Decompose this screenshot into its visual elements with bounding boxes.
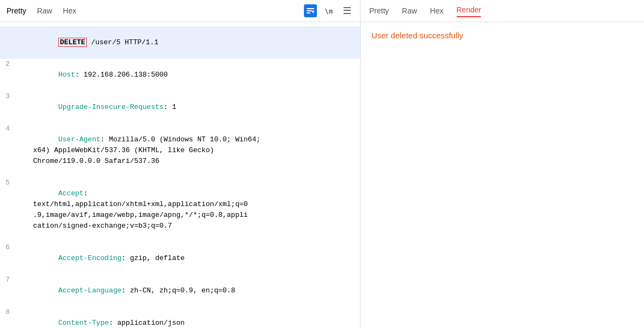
success-message: User deleted successfully [371,31,463,40]
tab-pretty-right[interactable]: Pretty [369,5,389,16]
line-content-5: Accept: text/html,application/xhtml+xml,… [16,177,360,242]
line-num-8: 8 [0,307,16,318]
line-content-1: DELETE /user/5 HTTP/1.1 [16,26,360,59]
line-content-6: Accept-Encoding: gzip, deflate [16,242,360,275]
sep7: : [121,286,130,295]
val-upgrade: 1 [172,103,177,111]
left-tab-bar: Pretty Raw Hex \n ☰ [0,0,360,22]
code-line-3: 3 Upgrade-Insecure-Requests: 1 [0,91,360,124]
val-ae: gzip, deflate [130,254,185,262]
render-content: User deleted successfully [361,22,644,328]
line-num-3: 3 [0,91,16,102]
header-key-al: Accept-Language [58,286,121,295]
line-num-5: 5 [0,177,16,188]
tab-render-right[interactable]: Render [457,4,482,17]
code-line-2: 2 Host: 192.168.206.138:5000 [0,59,360,91]
line-content-4: User-Agent: Mozilla/5.0 (Windows NT 10.0… [16,124,360,177]
line-content-7: Accept-Language: zh-CN, zh;q=0.9, en;q=0… [16,275,360,307]
sep8: : [109,319,118,327]
sep4: : [100,135,109,144]
line-num-2: 2 [0,59,16,70]
line-number-icon[interactable]: \n [322,4,335,17]
header-key-upgrade: Upgrade-Insecure-Requests [58,103,164,111]
line-num-4: 4 [0,124,16,134]
code-line-8: 8 Content-Type: application/json [0,307,360,328]
tab-raw-right[interactable]: Raw [402,5,417,16]
svg-rect-1 [307,10,312,11]
val-al: zh-CN, zh;q=0.9, en;q=0.8 [130,286,235,295]
code-area: DELETE /user/5 HTTP/1.1 2 Host: 192.168.… [0,22,360,328]
line-content-3: Upgrade-Insecure-Requests: 1 [16,91,360,124]
tab-hex-left[interactable]: Hex [63,5,77,16]
sep3: : [164,103,172,111]
sep5: : text/html,application/xhtml+xml,applic… [16,189,248,230]
line-num-7: 7 [0,275,16,285]
http-path: /user/5 HTTP/1.1 [87,38,159,46]
code-line-5: 5 Accept: text/html,application/xhtml+xm… [0,177,360,242]
header-key-ae: Accept-Encoding [58,254,121,262]
svg-rect-0 [307,8,314,9]
val-ua: Mozilla/5.0 (Windows NT 10.0; Win64; x64… [16,135,261,165]
header-key-ct: Content-Type [58,319,109,327]
header-val-host: 192.168.206.138:5000 [84,71,168,79]
svg-rect-2 [307,12,310,13]
code-line-7: 7 Accept-Language: zh-CN, zh;q=0.9, en;q… [0,275,360,307]
header-key-ua: User-Agent [58,135,100,144]
wrap-icon[interactable] [304,4,317,17]
tab-hex-right[interactable]: Hex [430,5,444,16]
sep6: : [121,254,130,262]
header-sep: : [75,71,84,79]
header-key-host: Host [58,71,75,79]
right-panel: Pretty Raw Hex Render User deleted succe… [361,0,644,328]
tab-raw-left[interactable]: Raw [37,5,52,16]
toolbar-icons: \n ☰ [304,4,354,17]
menu-icon[interactable]: ☰ [341,4,354,17]
tab-pretty-left[interactable]: Pretty [6,5,26,16]
delete-method: DELETE [58,38,87,47]
line-num-6: 6 [0,242,16,253]
line-content-2: Host: 192.168.206.138:5000 [16,59,360,91]
line-content-8: Content-Type: application/json [16,307,360,328]
code-line-6: 6 Accept-Encoding: gzip, deflate [0,242,360,275]
code-line-4: 4 User-Agent: Mozilla/5.0 (Windows NT 10… [0,124,360,177]
main-container: Pretty Raw Hex \n ☰ [0,0,644,328]
val-ct: application/json [117,319,185,327]
left-panel: Pretty Raw Hex \n ☰ [0,0,361,328]
header-key-accept: Accept [58,189,84,197]
right-tab-bar: Pretty Raw Hex Render [361,0,644,22]
code-line-1: DELETE /user/5 HTTP/1.1 [0,26,360,59]
